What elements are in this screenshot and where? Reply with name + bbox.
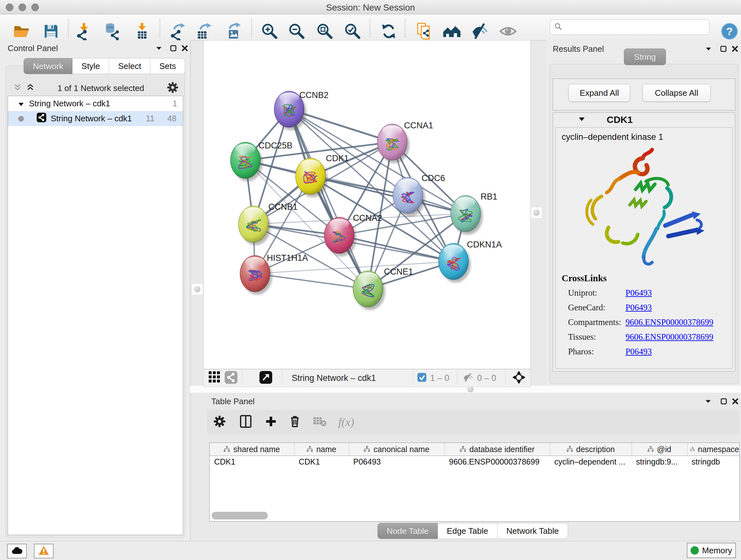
network-node-CDK1[interactable]: CDK1 <box>295 153 349 197</box>
crosslink-link[interactable]: P06493 <box>625 303 652 312</box>
table-settings-gear-icon[interactable] <box>214 416 225 428</box>
memory-button[interactable]: Memory <box>687 543 736 558</box>
column-header[interactable]: shared name <box>210 443 294 456</box>
zoom-in-button[interactable] <box>259 22 280 42</box>
hidden-eye-icon[interactable] <box>462 372 475 384</box>
collapse-all-chevron-icon[interactable] <box>13 83 22 93</box>
tab-select[interactable]: Select <box>109 58 150 74</box>
network-node-CCNB1[interactable]: CCNB1 <box>239 202 298 245</box>
column-header[interactable]: canonical name <box>349 443 445 456</box>
network-tree-root-row[interactable]: String Network – cdk1 1 <box>8 96 183 111</box>
section-collapse-icon[interactable] <box>579 117 585 123</box>
cell-canonical-name[interactable]: P06493 <box>349 456 445 468</box>
show-results-button[interactable] <box>498 22 518 42</box>
network-node-CDKN1A[interactable]: CDKN1A <box>439 240 502 283</box>
panel-close-icon[interactable] <box>731 45 738 54</box>
panel-menu-icon[interactable] <box>705 399 711 405</box>
gear-icon[interactable] <box>167 82 178 94</box>
zoom-selected-button[interactable] <box>342 22 363 42</box>
column-header[interactable]: namespace <box>687 443 739 456</box>
column-header[interactable]: name <box>294 443 349 456</box>
cell-description[interactable]: cyclin–dependent ... <box>550 456 631 468</box>
crosslink-link[interactable]: 9606.ENSP00000378699 <box>625 332 713 341</box>
network-node-CCNE1[interactable]: CCNE1 <box>353 267 413 310</box>
refresh-button[interactable] <box>379 22 399 42</box>
svg-text:?: ? <box>726 25 733 37</box>
network-canvas[interactable]: CCNB2CCNA1CDC25BCDK1CDC6RB1CCNB1CCNA2CDK… <box>203 40 531 369</box>
cell-id[interactable]: stringdb:9... <box>631 456 687 468</box>
search-input[interactable] <box>550 19 710 35</box>
gene-description: cyclin–dependent kinase 1 <box>556 128 732 142</box>
birds-eye-view-icon[interactable] <box>512 370 526 386</box>
cloud-button[interactable] <box>7 544 27 558</box>
open-session-button[interactable] <box>11 22 32 42</box>
panel-close-icon[interactable] <box>732 398 739 406</box>
crosslink-link[interactable]: P06493 <box>625 347 652 356</box>
cell-name[interactable]: CDK1 <box>294 456 349 468</box>
column-header[interactable]: database identifier <box>445 443 550 456</box>
collapse-all-button[interactable]: Collapse All <box>643 84 711 102</box>
panel-float-icon[interactable] <box>170 45 177 53</box>
warnings-button[interactable] <box>34 544 54 558</box>
open-in-new-window-icon[interactable] <box>259 370 272 386</box>
export-network-button[interactable] <box>168 22 188 42</box>
left-splitter-handle[interactable] <box>192 284 203 295</box>
network-tree-child-row[interactable]: String Network – cdk1 11 48 <box>8 111 183 126</box>
panel-float-icon[interactable] <box>720 398 727 406</box>
column-header[interactable]: @id <box>631 443 687 456</box>
horizontal-scrollbar-thumb[interactable] <box>212 512 268 519</box>
tab-network[interactable]: Network <box>23 58 72 74</box>
cell-shared-name[interactable]: CDK1 <box>210 456 294 468</box>
import-table-button[interactable] <box>132 22 152 42</box>
floppy-disk-icon <box>42 22 60 42</box>
tab-node-table[interactable]: Node Table <box>378 523 438 539</box>
panel-menu-icon[interactable] <box>156 46 162 52</box>
network-node-CDC6[interactable]: CDC6 <box>393 173 445 216</box>
save-session-button[interactable] <box>41 22 61 42</box>
export-image-button[interactable] <box>223 22 244 42</box>
create-column-icon[interactable] <box>266 416 276 428</box>
table-tabs: Node Table Edge Table Network Table <box>378 523 568 539</box>
results-scroll-area[interactable]: CDK1 cyclin–dependent kinase 1 <box>553 112 735 372</box>
network-node-CDC25B[interactable]: CDC25B <box>230 141 293 181</box>
string-view-icon[interactable] <box>225 371 238 385</box>
panel-close-icon[interactable] <box>181 45 188 53</box>
refresh-icon <box>380 22 398 42</box>
network-node-RB1[interactable]: RB1 <box>451 192 497 235</box>
network-node-CCNA2[interactable]: CCNA2 <box>324 213 382 256</box>
crosslink-link[interactable]: P06493 <box>625 288 652 298</box>
expand-all-button[interactable]: Expand All <box>568 84 630 102</box>
selected-checkbox-icon[interactable] <box>417 373 426 383</box>
import-network-from-database-button[interactable] <box>102 22 123 42</box>
grid-view-icon[interactable] <box>209 371 221 385</box>
string-document-button[interactable] <box>414 22 434 42</box>
zoom-fit-button[interactable] <box>315 22 335 42</box>
hide-results-button[interactable] <box>470 22 490 42</box>
tree-expand-icon[interactable] <box>18 99 24 109</box>
panel-menu-icon[interactable] <box>705 47 712 52</box>
network-node-HIST1H1A[interactable]: HIST1H1A <box>240 253 308 295</box>
cell-database-identifier[interactable]: 9606.ENSP00000378699 <box>445 456 550 468</box>
zoom-out-button[interactable] <box>286 22 307 42</box>
tab-style[interactable]: Style <box>72 58 109 74</box>
network-node-CCNB2[interactable]: CCNB2 <box>274 90 329 130</box>
expand-all-chevron-icon[interactable] <box>26 83 35 93</box>
string-home-button[interactable] <box>441 22 462 42</box>
cell-namespace[interactable]: stringdb <box>687 456 739 468</box>
help-button[interactable]: ? <box>719 22 740 42</box>
tab-sets[interactable]: Sets <box>150 58 185 74</box>
tab-edge-table[interactable]: Edge Table <box>438 523 497 539</box>
show-columns-icon[interactable] <box>240 415 252 429</box>
tab-network-table[interactable]: Network Table <box>497 523 568 539</box>
gene-section-header[interactable]: CDK1 <box>553 113 735 127</box>
table-row[interactable]: CDK1 CDK1 P06493 9606.ENSP00000378699 cy… <box>210 456 739 468</box>
delete-column-icon[interactable] <box>290 415 300 429</box>
column-header[interactable]: description <box>550 443 631 456</box>
panel-float-icon[interactable] <box>720 45 727 54</box>
import-network-button[interactable] <box>73 22 94 42</box>
export-table-button[interactable] <box>194 22 214 42</box>
network-node-CCNA1[interactable]: CCNA1 <box>377 121 433 163</box>
right-splitter-handle[interactable] <box>531 207 542 219</box>
tab-string[interactable]: String <box>624 49 666 65</box>
crosslink-link[interactable]: 9606.ENSP00000378699 <box>625 317 713 327</box>
